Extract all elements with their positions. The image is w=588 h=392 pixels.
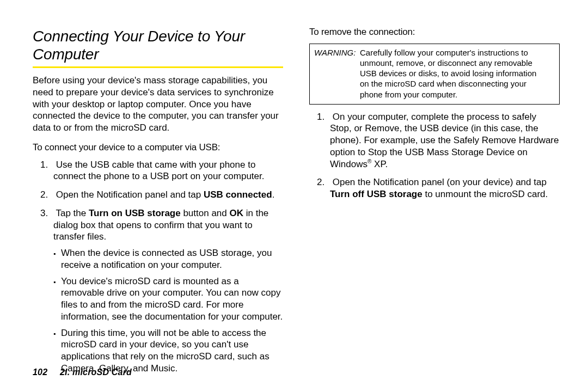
subhead-connect: To connect your device to a computer via… <box>33 142 283 154</box>
step-text: On your computer, complete the process t… <box>330 112 559 169</box>
page-footer: 102 2I. microSD Card <box>33 367 132 378</box>
remove-steps: On your computer, complete the process t… <box>309 111 560 200</box>
step-text: Tap the <box>56 208 89 218</box>
bold-term: Turn off USB storage <box>330 189 422 199</box>
step-text: XP. <box>371 159 388 169</box>
list-item: Use the USB cable that came with your ph… <box>52 159 283 183</box>
step-text: Open the Notification panel and tap <box>56 189 204 200</box>
sub-text: You device's microSD card is mounted as … <box>61 276 283 322</box>
sub-text: When the device is connected as USB stor… <box>61 248 272 270</box>
subhead-remove: To remove the connection: <box>309 26 560 38</box>
connect-steps: Use the USB cable that came with your ph… <box>33 159 283 375</box>
bold-term: USB connected <box>204 189 272 200</box>
warning-box: WARNING:Carefully follow your computer's… <box>309 44 560 105</box>
step-text: button and <box>181 208 230 218</box>
bold-term: OK <box>229 208 243 218</box>
chapter-label: 2I. microSD Card <box>60 367 132 377</box>
warning-body: Carefully follow your computer's instruc… <box>360 47 542 100</box>
bold-term: Turn on USB storage <box>89 208 181 218</box>
heading-rule <box>33 66 283 68</box>
step-text: Use the USB cable that came with your ph… <box>53 160 264 182</box>
list-item: Open the Notification panel (on your dev… <box>329 176 560 200</box>
warning-label: WARNING: <box>314 47 360 58</box>
list-item: Tap the Turn on USB storage button and O… <box>52 207 283 375</box>
sub-bullet: When the device is connected as USB stor… <box>53 247 283 271</box>
step-text: . <box>272 189 275 200</box>
page-title: Connecting Your Device to Your Computer <box>33 26 283 63</box>
sub-bullet: You device's microSD card is mounted as … <box>53 275 283 323</box>
list-item: Open the Notification panel and tap USB … <box>52 189 283 201</box>
list-item: On your computer, complete the process t… <box>329 111 560 170</box>
intro-paragraph: Before using your device's mass storage … <box>33 75 283 134</box>
page-number: 102 <box>33 367 47 377</box>
step-text: to unmount the microSD card. <box>422 189 548 199</box>
step-text: Open the Notification panel (on your dev… <box>333 177 547 187</box>
